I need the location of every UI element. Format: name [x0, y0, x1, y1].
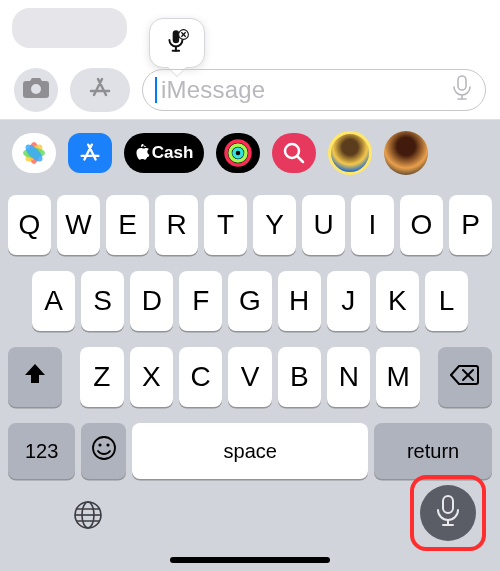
backspace-key[interactable]: [438, 347, 492, 407]
fitness-app-icon[interactable]: [216, 133, 260, 173]
key-r[interactable]: R: [155, 195, 198, 255]
svg-point-16: [234, 149, 242, 157]
key-k[interactable]: K: [376, 271, 419, 331]
key-v[interactable]: V: [228, 347, 271, 407]
key-i[interactable]: I: [351, 195, 394, 255]
key-t[interactable]: T: [204, 195, 247, 255]
imessage-app-strip[interactable]: Cash: [0, 120, 500, 185]
key-h[interactable]: H: [278, 271, 321, 331]
appstore-app-icon[interactable]: [68, 133, 112, 173]
globe-key[interactable]: [70, 499, 106, 535]
memoji-app-icon-2[interactable]: [384, 131, 428, 175]
conversation-area: [0, 0, 500, 61]
app-drawer-button[interactable]: [70, 68, 130, 112]
svg-rect-7: [458, 76, 466, 90]
mic-icon[interactable]: [451, 75, 473, 105]
incoming-message-bubble[interactable]: [12, 8, 127, 48]
svg-line-18: [297, 156, 303, 162]
svg-rect-0: [173, 30, 180, 43]
shift-key[interactable]: [8, 347, 62, 407]
compose-row: iMessage: [0, 61, 500, 120]
key-l[interactable]: L: [425, 271, 468, 331]
mic-icon: [435, 494, 461, 532]
globe-icon: [72, 499, 104, 535]
numbers-key[interactable]: 123: [8, 423, 75, 479]
key-a[interactable]: A: [32, 271, 75, 331]
svg-point-23: [106, 443, 109, 446]
key-d[interactable]: D: [130, 271, 173, 331]
key-o[interactable]: O: [400, 195, 443, 255]
bottom-bar: [0, 485, 500, 571]
text-caret: [155, 77, 157, 103]
dictation-disabled-tooltip: [149, 18, 205, 68]
apple-cash-label: Cash: [152, 143, 194, 163]
message-placeholder: iMessage: [161, 76, 451, 104]
mic-disabled-icon: [164, 28, 190, 58]
memoji-app-icon-1[interactable]: [328, 131, 372, 175]
key-j[interactable]: J: [327, 271, 370, 331]
key-b[interactable]: B: [278, 347, 321, 407]
key-c[interactable]: C: [179, 347, 222, 407]
dictation-button[interactable]: [420, 485, 476, 541]
key-s[interactable]: S: [81, 271, 124, 331]
backspace-icon: [450, 361, 480, 393]
svg-point-6: [31, 84, 41, 94]
key-u[interactable]: U: [302, 195, 345, 255]
appstore-icon: [85, 73, 115, 107]
key-n[interactable]: N: [327, 347, 370, 407]
keyboard-row-1: QWERTYUIOP: [4, 195, 496, 255]
key-g[interactable]: G: [228, 271, 271, 331]
svg-rect-27: [443, 496, 453, 513]
message-input[interactable]: iMessage: [142, 69, 486, 111]
svg-point-22: [98, 443, 101, 446]
keyboard: QWERTYUIOP ASDFGHJKL ZXCVBNM: [0, 185, 500, 485]
camera-button[interactable]: [14, 68, 58, 112]
key-x[interactable]: X: [130, 347, 173, 407]
home-indicator[interactable]: [170, 557, 330, 563]
keyboard-row-2: ASDFGHJKL: [4, 271, 496, 331]
return-key[interactable]: return: [374, 423, 492, 479]
key-y[interactable]: Y: [253, 195, 296, 255]
apple-cash-app-icon[interactable]: Cash: [124, 133, 204, 173]
camera-icon: [22, 76, 50, 104]
keyboard-row-4: 123 space return: [4, 423, 496, 479]
keyboard-row-3: ZXCVBNM: [4, 347, 496, 407]
svg-point-21: [93, 437, 115, 459]
music-search-app-icon[interactable]: [272, 133, 316, 173]
imessage-screen: iMessage: [0, 0, 500, 571]
key-w[interactable]: W: [57, 195, 100, 255]
key-q[interactable]: Q: [8, 195, 51, 255]
shift-icon: [22, 361, 48, 394]
key-m[interactable]: M: [376, 347, 419, 407]
key-p[interactable]: P: [449, 195, 492, 255]
key-z[interactable]: Z: [80, 347, 123, 407]
space-key[interactable]: space: [132, 423, 368, 479]
emoji-key[interactable]: [81, 423, 126, 479]
photos-app-icon[interactable]: [12, 133, 56, 173]
key-f[interactable]: F: [179, 271, 222, 331]
emoji-icon: [90, 434, 118, 469]
key-e[interactable]: E: [106, 195, 149, 255]
